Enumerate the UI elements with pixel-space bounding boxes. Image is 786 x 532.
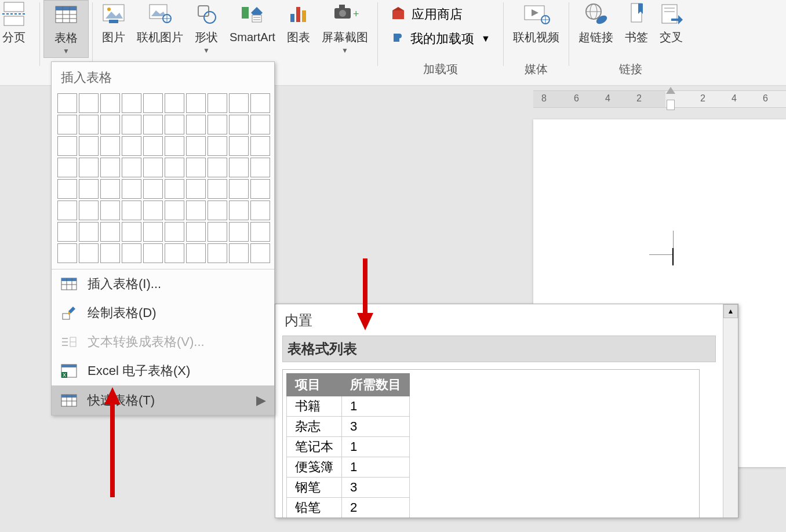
table-size-grid[interactable]	[52, 91, 274, 269]
screenshot-button[interactable]: + 屏幕截图 ▼	[316, 0, 374, 58]
scroll-up-icon[interactable]: ▲	[723, 304, 738, 318]
grid-cell[interactable]	[229, 243, 249, 263]
grid-cell[interactable]	[186, 158, 206, 177]
grid-cell[interactable]	[250, 93, 270, 113]
grid-cell[interactable]	[165, 222, 184, 242]
grid-cell[interactable]	[229, 93, 249, 113]
grid-cell[interactable]	[186, 201, 206, 220]
grid-cell[interactable]	[57, 136, 77, 156]
flyout-scrollbar[interactable]: ▲	[723, 304, 738, 518]
grid-cell[interactable]	[186, 93, 206, 113]
grid-cell[interactable]	[208, 243, 227, 263]
hyperlink-button[interactable]: 超链接	[573, 0, 619, 58]
grid-cell[interactable]	[79, 93, 99, 113]
grid-cell[interactable]	[100, 158, 120, 177]
grid-cell[interactable]	[165, 136, 184, 156]
insert-table-item[interactable]: 插入表格(I)...	[52, 269, 274, 298]
grid-cell[interactable]	[122, 243, 141, 263]
grid-cell[interactable]	[250, 179, 270, 199]
grid-cell[interactable]	[100, 93, 120, 113]
grid-cell[interactable]	[122, 158, 141, 177]
grid-cell[interactable]	[208, 93, 227, 113]
grid-cell[interactable]	[57, 201, 77, 220]
table-preset[interactable]: 项目 所需数目 书籍1杂志3笔记本1便笺簿1钢笔3铅笔2	[282, 369, 700, 518]
grid-cell[interactable]	[229, 115, 249, 134]
grid-cell[interactable]	[143, 243, 163, 263]
quick-table-item[interactable]: 快速表格(T) ▶	[52, 386, 274, 415]
image-button[interactable]: 图片	[96, 0, 131, 58]
grid-cell[interactable]	[79, 136, 99, 156]
draw-table-item[interactable]: 绘制表格(D)	[52, 298, 274, 327]
grid-cell[interactable]	[165, 115, 184, 134]
grid-cell[interactable]	[250, 115, 270, 134]
grid-cell[interactable]	[57, 158, 77, 177]
excel-table-item[interactable]: X Excel 电子表格(X)	[52, 356, 274, 385]
grid-cell[interactable]	[143, 115, 163, 134]
grid-cell[interactable]	[79, 115, 99, 134]
grid-cell[interactable]	[229, 222, 249, 242]
grid-cell[interactable]	[57, 222, 77, 242]
grid-cell[interactable]	[186, 115, 206, 134]
grid-cell[interactable]	[229, 201, 249, 220]
grid-cell[interactable]	[143, 201, 163, 220]
table-button[interactable]: 表格 ▼	[43, 0, 89, 58]
grid-cell[interactable]	[250, 243, 270, 263]
grid-cell[interactable]	[100, 179, 120, 199]
grid-cell[interactable]	[208, 201, 227, 220]
grid-cell[interactable]	[143, 179, 163, 199]
grid-cell[interactable]	[250, 158, 270, 177]
grid-cell[interactable]	[57, 243, 77, 263]
grid-cell[interactable]	[250, 201, 270, 220]
grid-cell[interactable]	[79, 201, 99, 220]
grid-cell[interactable]	[100, 115, 120, 134]
grid-cell[interactable]	[229, 158, 249, 177]
grid-cell[interactable]	[122, 222, 141, 242]
bookmark-button[interactable]: 书签	[619, 0, 654, 58]
grid-cell[interactable]	[208, 222, 227, 242]
grid-cell[interactable]	[208, 179, 227, 199]
grid-cell[interactable]	[165, 93, 184, 113]
grid-cell[interactable]	[100, 136, 120, 156]
grid-cell[interactable]	[100, 222, 120, 242]
grid-cell[interactable]	[122, 179, 141, 199]
grid-cell[interactable]	[79, 179, 99, 199]
shape-button[interactable]: 形状 ▼	[189, 0, 224, 58]
grid-cell[interactable]	[79, 158, 99, 177]
grid-cell[interactable]	[122, 115, 141, 134]
grid-cell[interactable]	[186, 222, 206, 242]
grid-cell[interactable]	[57, 179, 77, 199]
grid-cell[interactable]	[122, 93, 141, 113]
grid-cell[interactable]	[100, 201, 120, 220]
grid-cell[interactable]	[250, 222, 270, 242]
grid-cell[interactable]	[165, 158, 184, 177]
grid-cell[interactable]	[229, 136, 249, 156]
grid-cell[interactable]	[229, 179, 249, 199]
grid-cell[interactable]	[165, 201, 184, 220]
grid-cell[interactable]	[79, 243, 99, 263]
grid-cell[interactable]	[57, 93, 77, 113]
grid-cell[interactable]	[143, 136, 163, 156]
indent-marker[interactable]	[665, 87, 676, 116]
grid-cell[interactable]	[143, 158, 163, 177]
grid-cell[interactable]	[143, 93, 163, 113]
grid-cell[interactable]	[186, 243, 206, 263]
grid-cell[interactable]	[165, 243, 184, 263]
my-addons-button[interactable]: 我的加载项 ▼	[387, 27, 494, 51]
grid-cell[interactable]	[186, 136, 206, 156]
horizontal-ruler[interactable]: 8 6 4 2 2 4 6	[533, 90, 786, 108]
page-break-button[interactable]: 分页	[0, 0, 36, 58]
online-video-button[interactable]: 联机视频	[507, 0, 565, 58]
grid-cell[interactable]	[143, 222, 163, 242]
grid-cell[interactable]	[208, 158, 227, 177]
smartart-button[interactable]: SmartArt	[224, 0, 281, 58]
grid-cell[interactable]	[79, 222, 99, 242]
grid-cell[interactable]	[186, 179, 206, 199]
grid-cell[interactable]	[250, 136, 270, 156]
grid-cell[interactable]	[122, 201, 141, 220]
grid-cell[interactable]	[165, 179, 184, 199]
grid-cell[interactable]	[57, 115, 77, 134]
grid-cell[interactable]	[100, 243, 120, 263]
chart-button[interactable]: 图表	[281, 0, 316, 58]
online-image-button[interactable]: 联机图片	[131, 0, 189, 58]
grid-cell[interactable]	[208, 115, 227, 134]
